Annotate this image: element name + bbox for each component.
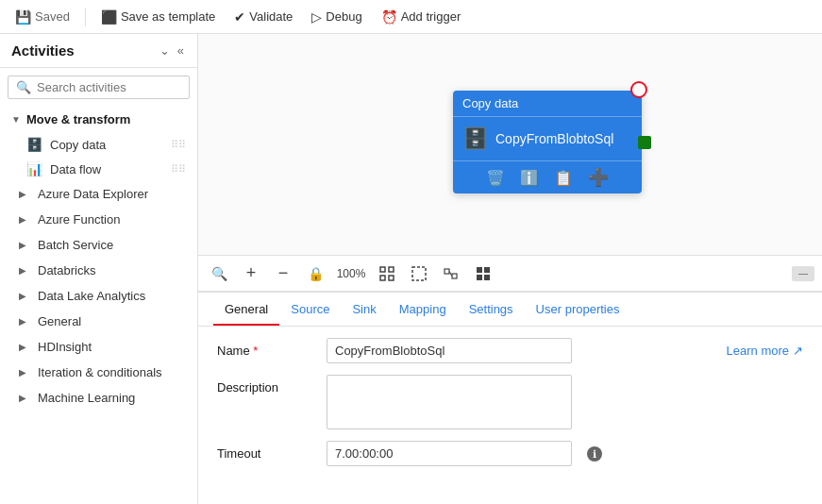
name-required: *: [253, 344, 258, 358]
save-template-button[interactable]: ⬛ Save as template: [93, 6, 223, 28]
saved-label: Saved: [35, 9, 70, 24]
canvas-grid-tool[interactable]: [470, 260, 496, 287]
canvas-arrange-tool[interactable]: [438, 260, 464, 287]
saved-icon: 💾: [15, 9, 31, 25]
tab-general[interactable]: General: [213, 294, 279, 326]
data-flow-icon: 📊: [26, 161, 42, 176]
copy-data-label: Copy data: [50, 138, 106, 152]
node-copy-icon[interactable]: 📋: [554, 169, 573, 187]
svg-rect-3: [389, 276, 394, 280]
minimize-icon[interactable]: «: [176, 42, 186, 59]
sidebar-nav-item-databricks[interactable]: ▶ Databricks: [0, 258, 197, 283]
node-footer: 🗑️ ℹ️ 📋 ➕: [453, 160, 642, 193]
learn-more-link[interactable]: Learn more ↗: [727, 338, 803, 358]
description-label-text: Description: [217, 380, 278, 395]
description-input[interactable]: [327, 375, 572, 429]
nav-item-label: Data Lake Analytics: [38, 289, 145, 303]
copy-data-drag: ⠿⠿: [171, 139, 186, 151]
svg-rect-6: [452, 274, 457, 278]
learn-more-text: Learn more: [727, 344, 789, 358]
sidebar-nav-item-data-lake-analytics[interactable]: ▶ Data Lake Analytics: [0, 283, 197, 309]
properties-panel: General Source Sink Mapping Settings Use…: [198, 292, 822, 504]
nav-chevron: ▶: [19, 265, 26, 276]
saved-indicator: 💾 Saved: [8, 6, 77, 28]
node-body-icon: 🗄️: [462, 126, 488, 151]
sidebar-header-icons: ⌄ «: [158, 42, 186, 59]
sidebar-nav-item-machine-learning[interactable]: ▶ Machine Learning: [0, 385, 197, 411]
nav-chevron: ▶: [19, 393, 26, 403]
name-row: Name * Learn more ↗: [217, 338, 803, 363]
nav-chevron: ▶: [19, 189, 26, 199]
canvas-lock-tool[interactable]: 🔒: [302, 260, 328, 287]
add-trigger-icon: ⏰: [381, 9, 397, 25]
svg-rect-4: [412, 267, 426, 280]
node-delete-icon[interactable]: 🗑️: [486, 169, 505, 187]
pipeline-canvas[interactable]: Copy data 🗄️ CopyFromBlobtoSql 🗑️ ℹ️ 📋 ➕: [198, 34, 822, 256]
data-flow-label: Data flow: [50, 162, 101, 176]
svg-rect-9: [484, 267, 490, 273]
tab-settings[interactable]: Settings: [458, 294, 525, 326]
canvas-zoom-tool[interactable]: 100%: [334, 260, 368, 287]
canvas-search-tool[interactable]: 🔍: [206, 260, 232, 287]
timeout-label: Timeout: [217, 441, 311, 461]
node-activity-name: CopyFromBlobtoSql: [495, 131, 613, 146]
nav-chevron: ▶: [19, 240, 26, 250]
svg-rect-0: [380, 267, 385, 272]
save-template-label: Save as template: [121, 9, 215, 24]
copy-data-item[interactable]: 🗄️ Copy data ⠿⠿: [0, 132, 197, 157]
canvas-add-tool[interactable]: +: [238, 260, 264, 287]
svg-rect-2: [380, 276, 385, 280]
tab-mapping[interactable]: Mapping: [388, 294, 458, 326]
sidebar-header: Activities ⌄ «: [0, 34, 197, 68]
canvas-fit-tool[interactable]: [374, 260, 400, 287]
nav-item-label: Iteration & conditionals: [38, 365, 162, 379]
debug-button[interactable]: ▷ Debug: [304, 6, 369, 28]
tab-source[interactable]: Source: [279, 294, 341, 326]
sidebar-nav-item-azure-function[interactable]: ▶ Azure Function: [0, 207, 197, 232]
move-transform-chevron: ▼: [11, 114, 21, 125]
collapse-icon[interactable]: ⌄: [158, 42, 172, 59]
panel-collapse-button[interactable]: —: [792, 266, 814, 281]
sidebar-nav-item-hdinsight[interactable]: ▶ HDInsight: [0, 334, 197, 360]
nav-chevron: ▶: [19, 316, 26, 327]
sidebar-nav-item-iteration-&-conditionals[interactable]: ▶ Iteration & conditionals: [0, 360, 197, 385]
copy-data-node[interactable]: Copy data 🗄️ CopyFromBlobtoSql 🗑️ ℹ️ 📋 ➕: [453, 91, 642, 193]
search-input[interactable]: [37, 80, 181, 94]
move-transform-header[interactable]: ▼ Move & transform: [0, 107, 197, 132]
canvas-area: Copy data 🗄️ CopyFromBlobtoSql 🗑️ ℹ️ 📋 ➕…: [198, 34, 822, 504]
data-flow-item[interactable]: 📊 Data flow ⠿⠿: [0, 157, 197, 181]
nav-items: ▶ Azure Data Explorer▶ Azure Function▶ B…: [0, 181, 197, 411]
add-trigger-button[interactable]: ⏰ Add trigger: [374, 6, 469, 28]
node-info-icon[interactable]: ℹ️: [520, 169, 539, 187]
sidebar-nav-item-general[interactable]: ▶ General: [0, 309, 197, 334]
sidebar-nav-item-batch-service[interactable]: ▶ Batch Service: [0, 232, 197, 258]
tab-user-properties[interactable]: User properties: [525, 294, 631, 326]
canvas-remove-tool[interactable]: −: [270, 260, 296, 287]
description-row: Description: [217, 375, 803, 429]
save-template-icon: ⬛: [101, 9, 117, 25]
svg-rect-5: [445, 269, 449, 274]
node-fail-indicator: [630, 81, 647, 98]
timeout-row: Timeout ℹ: [217, 441, 803, 466]
node-success-indicator: [638, 136, 651, 149]
node-connect-icon[interactable]: ➕: [588, 167, 609, 188]
validate-button[interactable]: ✔ Validate: [226, 6, 300, 28]
name-input[interactable]: [327, 338, 572, 363]
canvas-select-tool[interactable]: [406, 260, 432, 287]
search-box: 🔍: [8, 76, 190, 99]
node-header-label: Copy data: [462, 96, 518, 110]
timeout-info-icon[interactable]: ℹ: [587, 446, 602, 462]
nav-chevron: ▶: [19, 214, 26, 225]
data-flow-drag: ⠿⠿: [171, 163, 186, 176]
name-label: Name *: [217, 338, 311, 358]
nav-item-label: Azure Data Explorer: [38, 187, 148, 201]
canvas-toolbar: 🔍 + − 🔒 100%: [198, 256, 822, 292]
tab-sink[interactable]: Sink: [341, 294, 387, 326]
timeout-input[interactable]: [327, 441, 572, 466]
debug-label: Debug: [326, 9, 361, 24]
nav-item-label: Machine Learning: [38, 391, 135, 405]
validate-icon: ✔: [234, 9, 245, 25]
svg-rect-1: [389, 267, 394, 272]
sidebar-nav-item-azure-data-explorer[interactable]: ▶ Azure Data Explorer: [0, 181, 197, 207]
add-trigger-label: Add trigger: [401, 9, 461, 24]
